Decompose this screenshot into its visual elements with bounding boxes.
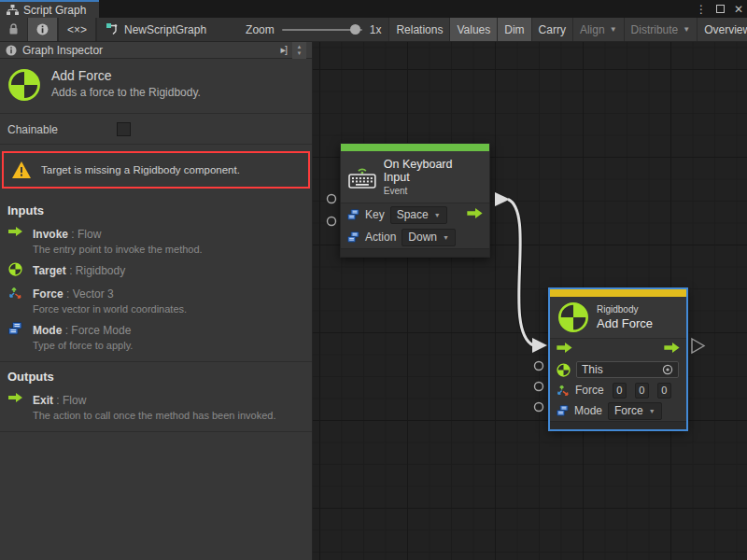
port-name: Force [33,287,63,301]
input-port-circle [535,383,543,391]
node-add-force[interactable]: Rigidbody Add Force [549,288,687,430]
node-footer [550,421,686,429]
event-node-strip [341,144,489,151]
mode-row: Mode Force ▼ [550,400,686,421]
inspector-header: Graph Inspector ▸] ▲ ▼ [0,42,312,59]
enum-icon [347,231,359,243]
action-label: Action [365,231,396,244]
inputs-header: Inputs [0,196,312,219]
zoom-label: Zoom [246,23,275,36]
flow-row [550,339,686,359]
port-row-force: Force : Vector 3 Force vector in world c… [0,279,312,315]
flow-arrow-icon [7,225,23,255]
input-port-circle [535,362,543,371]
info-icon [6,45,17,56]
chainable-checkbox[interactable] [117,122,131,136]
port-row-mode: Mode : Force Mode Type of force to apply… [0,315,312,352]
keyboard-event-icon [348,165,376,189]
enum-icon [347,209,359,220]
maximize-icon[interactable] [716,5,725,13]
flow-wire[interactable] [508,200,533,346]
script-graph-window: Script Graph ⋮ ✕ <×> [0,0,747,560]
this-row: This [550,359,686,380]
object-picker-icon[interactable] [662,364,673,375]
tab-script-graph[interactable]: Script Graph [0,0,99,18]
relations-button[interactable]: Relations [389,18,450,41]
chevron-down-icon: ▼ [649,404,655,418]
target-self-field[interactable]: This [576,361,679,378]
warning-banner: Target is missing a Rigidbody component. [2,151,310,189]
enum-icon [7,321,23,351]
divider [0,431,312,432]
key-label: Key [365,208,385,221]
force-y-input[interactable]: 0 [635,383,649,399]
rigidbody-icon [557,363,571,377]
warning-icon [11,161,32,179]
port-type: : Vector 3 [63,287,114,301]
info-icon [36,23,49,35]
port-type: : Flow [68,228,101,241]
node-header[interactable]: On Keyboard Input Event [341,151,489,203]
key-value: Space [397,208,429,222]
port-type: : Force Mode [62,324,131,337]
dock-panel-icon[interactable]: ▸] [280,44,287,56]
distribute-button[interactable]: Distribute ▼ [625,18,698,41]
values-button[interactable]: Values [450,18,498,41]
port-type: : Flow [53,394,86,407]
output-hint-triangle [692,339,704,353]
input-port-circle [535,403,543,412]
overview-button[interactable]: Overview [698,18,747,41]
scroll-up-icon[interactable]: ▲ [297,44,303,50]
port-row-invoke: Invoke : Flow The entry point to invoke … [0,219,312,256]
window-menu-icon[interactable]: ⋮ [696,3,707,16]
node-subtitle: Event [384,186,481,196]
graph-canvas[interactable]: On Keyboard Input Event Key [313,42,747,560]
force-x-input[interactable]: 0 [613,383,627,399]
inspector-toggle-button[interactable] [28,18,58,41]
wire-shadow [508,200,533,346]
node-body: This [550,338,686,421]
unit-title: Add Force [51,68,201,83]
zoom-value: 1x [370,23,382,36]
script-graph-asset-icon [106,23,120,35]
input-port-circle [328,195,336,203]
wire-start-arrow [495,192,510,206]
rigidbody-icon [7,261,23,278]
dim-button[interactable]: Dim [498,18,531,41]
distribute-label: Distribute [631,23,679,36]
code-preview-button[interactable]: <×> [59,18,96,41]
action-dropdown[interactable]: Down ▼ [402,229,456,246]
node-on-keyboard-input[interactable]: On Keyboard Input Event Key [340,143,490,258]
unit-summary: Add Force Adds a force to the Rigidbody. [0,59,312,114]
mode-dropdown[interactable]: Force ▼ [608,402,662,420]
flow-output-port[interactable] [664,342,681,357]
call-node-strip [550,289,686,297]
action-row: Action Down ▼ [341,226,489,248]
flow-arrow-icon [7,391,23,421]
flow-input-port[interactable] [557,342,573,357]
port-type: : Rigidbody [66,264,125,277]
port-row-exit: Exit : Flow The action to call once the … [0,385,312,422]
graph-breadcrumb[interactable]: NewScriptGraph [97,18,216,41]
inspector-title: Graph Inspector [22,44,103,57]
lock-button[interactable] [0,18,28,41]
graph-hierarchy-icon [7,5,19,16]
port-description: The entry point to invoke the method. [33,244,203,255]
port-description: The action to call once the method has b… [33,410,276,421]
close-icon[interactable]: ✕ [734,3,743,16]
key-row: Key Space ▼ [341,203,489,226]
zoom-slider[interactable] [282,29,362,31]
force-z-input[interactable]: 0 [657,383,671,399]
flow-output-port[interactable] [467,207,484,222]
align-button[interactable]: Align ▼ [573,18,625,41]
node-header[interactable]: Rigidbody Add Force [550,297,686,338]
force-label: Force [575,384,604,397]
warning-text: Target is missing a Rigidbody component. [41,164,240,175]
scroll-down-icon[interactable]: ▼ [297,50,303,57]
key-dropdown[interactable]: Space ▼ [390,206,447,224]
panel-scrollbar[interactable]: ▲ ▼ [292,42,306,59]
zoom-slider-handle[interactable] [350,24,360,35]
unit-description: Adds a force to the Rigidbody. [51,86,201,99]
chevron-down-icon: ▼ [434,208,441,222]
carry-button[interactable]: Carry [532,18,573,41]
